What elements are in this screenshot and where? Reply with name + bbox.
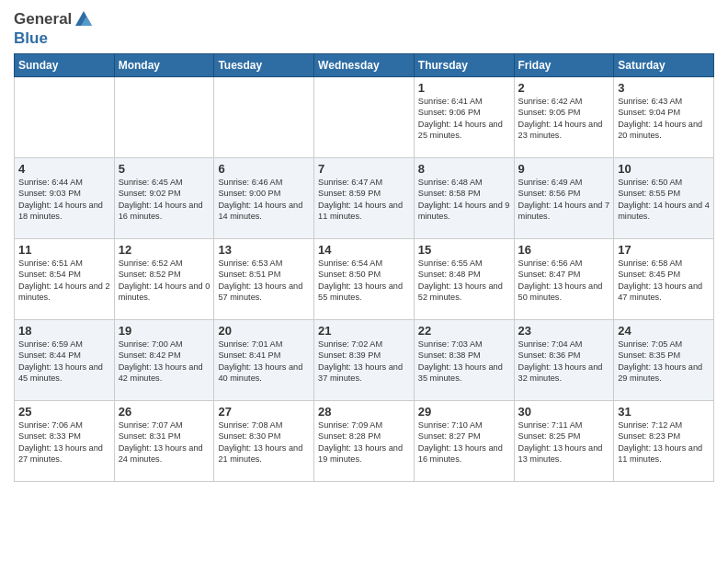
calendar-cell: 8Sunrise: 6:48 AM Sunset: 8:58 PM Daylig… bbox=[414, 158, 514, 239]
cell-content: Sunrise: 6:51 AM Sunset: 8:54 PM Dayligh… bbox=[18, 258, 110, 304]
cell-content: Sunrise: 7:09 AM Sunset: 8:28 PM Dayligh… bbox=[318, 419, 410, 465]
calendar-cell: 17Sunrise: 6:58 AM Sunset: 8:45 PM Dayli… bbox=[614, 239, 714, 320]
page-container: General Blue SundayMondayTuesdayWednesda… bbox=[0, 0, 728, 489]
cell-content: Sunrise: 6:53 AM Sunset: 8:51 PM Dayligh… bbox=[218, 258, 310, 304]
cell-content: Sunrise: 7:06 AM Sunset: 8:33 PM Dayligh… bbox=[18, 419, 110, 465]
logo-blue-text: Blue bbox=[14, 29, 48, 47]
cell-content: Sunrise: 7:01 AM Sunset: 8:41 PM Dayligh… bbox=[218, 339, 310, 385]
day-number: 8 bbox=[418, 162, 510, 176]
calendar-cell: 14Sunrise: 6:54 AM Sunset: 8:50 PM Dayli… bbox=[314, 239, 415, 320]
day-number: 21 bbox=[318, 324, 410, 338]
cell-content: Sunrise: 7:05 AM Sunset: 8:35 PM Dayligh… bbox=[618, 339, 710, 385]
calendar-cell: 24Sunrise: 7:05 AM Sunset: 8:35 PM Dayli… bbox=[614, 320, 714, 401]
cell-content: Sunrise: 6:48 AM Sunset: 8:58 PM Dayligh… bbox=[418, 177, 510, 223]
cell-content: Sunrise: 6:56 AM Sunset: 8:47 PM Dayligh… bbox=[518, 258, 610, 304]
calendar-cell: 10Sunrise: 6:50 AM Sunset: 8:55 PM Dayli… bbox=[614, 158, 714, 239]
cell-content: Sunrise: 7:00 AM Sunset: 8:42 PM Dayligh… bbox=[119, 339, 210, 385]
calendar-cell: 23Sunrise: 7:04 AM Sunset: 8:36 PM Dayli… bbox=[514, 320, 614, 401]
calendar-cell: 2Sunrise: 6:42 AM Sunset: 9:05 PM Daylig… bbox=[514, 77, 614, 158]
calendar-cell: 11Sunrise: 6:51 AM Sunset: 8:54 PM Dayli… bbox=[15, 239, 115, 320]
cell-content: Sunrise: 6:50 AM Sunset: 8:55 PM Dayligh… bbox=[618, 177, 710, 223]
day-number: 25 bbox=[18, 405, 110, 419]
cell-content: Sunrise: 7:12 AM Sunset: 8:23 PM Dayligh… bbox=[618, 419, 710, 465]
calendar-cell: 19Sunrise: 7:00 AM Sunset: 8:42 PM Dayli… bbox=[114, 320, 214, 401]
day-number: 28 bbox=[318, 405, 410, 419]
calendar-cell bbox=[114, 77, 214, 158]
day-number: 9 bbox=[518, 162, 610, 176]
calendar-cell: 25Sunrise: 7:06 AM Sunset: 8:33 PM Dayli… bbox=[15, 401, 115, 482]
calendar-cell: 29Sunrise: 7:10 AM Sunset: 8:27 PM Dayli… bbox=[414, 401, 514, 482]
calendar-cell: 30Sunrise: 7:11 AM Sunset: 8:25 PM Dayli… bbox=[514, 401, 614, 482]
calendar-cell: 9Sunrise: 6:49 AM Sunset: 8:56 PM Daylig… bbox=[514, 158, 614, 239]
cell-content: Sunrise: 7:08 AM Sunset: 8:30 PM Dayligh… bbox=[218, 419, 310, 465]
calendar-cell: 18Sunrise: 6:59 AM Sunset: 8:44 PM Dayli… bbox=[15, 320, 115, 401]
day-number: 14 bbox=[318, 243, 410, 257]
calendar-header-row: SundayMondayTuesdayWednesdayThursdayFrid… bbox=[15, 54, 714, 77]
day-number: 11 bbox=[18, 243, 110, 257]
calendar-cell: 22Sunrise: 7:03 AM Sunset: 8:38 PM Dayli… bbox=[414, 320, 514, 401]
calendar-cell: 7Sunrise: 6:47 AM Sunset: 8:59 PM Daylig… bbox=[314, 158, 415, 239]
calendar-cell: 1Sunrise: 6:41 AM Sunset: 9:06 PM Daylig… bbox=[414, 77, 514, 158]
cell-content: Sunrise: 7:11 AM Sunset: 8:25 PM Dayligh… bbox=[518, 419, 610, 465]
cell-content: Sunrise: 7:03 AM Sunset: 8:38 PM Dayligh… bbox=[418, 339, 510, 385]
calendar-cell bbox=[314, 77, 415, 158]
day-number: 22 bbox=[418, 324, 510, 338]
day-number: 4 bbox=[18, 162, 110, 176]
calendar-cell: 26Sunrise: 7:07 AM Sunset: 8:31 PM Dayli… bbox=[114, 401, 214, 482]
calendar-cell bbox=[214, 77, 314, 158]
calendar-cell: 3Sunrise: 6:43 AM Sunset: 9:04 PM Daylig… bbox=[614, 77, 714, 158]
cell-content: Sunrise: 6:41 AM Sunset: 9:06 PM Dayligh… bbox=[418, 96, 510, 142]
day-number: 15 bbox=[418, 243, 510, 257]
calendar-cell: 16Sunrise: 6:56 AM Sunset: 8:47 PM Dayli… bbox=[514, 239, 614, 320]
calendar-day-header: Tuesday bbox=[214, 54, 314, 77]
day-number: 13 bbox=[218, 243, 310, 257]
cell-content: Sunrise: 6:45 AM Sunset: 9:02 PM Dayligh… bbox=[119, 177, 210, 223]
calendar-week-row: 11Sunrise: 6:51 AM Sunset: 8:54 PM Dayli… bbox=[15, 239, 714, 320]
day-number: 20 bbox=[218, 324, 310, 338]
cell-content: Sunrise: 6:43 AM Sunset: 9:04 PM Dayligh… bbox=[618, 96, 710, 142]
cell-content: Sunrise: 6:54 AM Sunset: 8:50 PM Dayligh… bbox=[318, 258, 410, 304]
calendar-day-header: Thursday bbox=[414, 54, 514, 77]
day-number: 31 bbox=[618, 405, 710, 419]
cell-content: Sunrise: 6:52 AM Sunset: 8:52 PM Dayligh… bbox=[119, 258, 210, 304]
day-number: 19 bbox=[119, 324, 210, 338]
day-number: 18 bbox=[18, 324, 110, 338]
day-number: 3 bbox=[618, 81, 710, 95]
logo-general-text: General bbox=[14, 10, 72, 29]
day-number: 10 bbox=[618, 162, 710, 176]
day-number: 2 bbox=[518, 81, 610, 95]
calendar-cell: 13Sunrise: 6:53 AM Sunset: 8:51 PM Dayli… bbox=[214, 239, 314, 320]
calendar-day-header: Saturday bbox=[614, 54, 714, 77]
calendar-week-row: 18Sunrise: 6:59 AM Sunset: 8:44 PM Dayli… bbox=[15, 320, 714, 401]
cell-content: Sunrise: 6:59 AM Sunset: 8:44 PM Dayligh… bbox=[18, 339, 110, 385]
calendar-cell: 15Sunrise: 6:55 AM Sunset: 8:48 PM Dayli… bbox=[414, 239, 514, 320]
day-number: 29 bbox=[418, 405, 510, 419]
calendar-cell bbox=[15, 77, 115, 158]
day-number: 23 bbox=[518, 324, 610, 338]
calendar-cell: 21Sunrise: 7:02 AM Sunset: 8:39 PM Dayli… bbox=[314, 320, 415, 401]
cell-content: Sunrise: 7:07 AM Sunset: 8:31 PM Dayligh… bbox=[119, 419, 210, 465]
calendar-cell: 5Sunrise: 6:45 AM Sunset: 9:02 PM Daylig… bbox=[114, 158, 214, 239]
cell-content: Sunrise: 6:58 AM Sunset: 8:45 PM Dayligh… bbox=[618, 258, 710, 304]
day-number: 5 bbox=[119, 162, 210, 176]
calendar-cell: 31Sunrise: 7:12 AM Sunset: 8:23 PM Dayli… bbox=[614, 401, 714, 482]
calendar-cell: 12Sunrise: 6:52 AM Sunset: 8:52 PM Dayli… bbox=[114, 239, 214, 320]
calendar-cell: 6Sunrise: 6:46 AM Sunset: 9:00 PM Daylig… bbox=[214, 158, 314, 239]
cell-content: Sunrise: 7:02 AM Sunset: 8:39 PM Dayligh… bbox=[318, 339, 410, 385]
cell-content: Sunrise: 6:47 AM Sunset: 8:59 PM Dayligh… bbox=[318, 177, 410, 223]
day-number: 17 bbox=[618, 243, 710, 257]
calendar-week-row: 25Sunrise: 7:06 AM Sunset: 8:33 PM Dayli… bbox=[15, 401, 714, 482]
calendar-week-row: 4Sunrise: 6:44 AM Sunset: 9:03 PM Daylig… bbox=[15, 158, 714, 239]
day-number: 12 bbox=[119, 243, 210, 257]
calendar-week-row: 1Sunrise: 6:41 AM Sunset: 9:06 PM Daylig… bbox=[15, 77, 714, 158]
day-number: 1 bbox=[418, 81, 510, 95]
calendar-cell: 27Sunrise: 7:08 AM Sunset: 8:30 PM Dayli… bbox=[214, 401, 314, 482]
day-number: 6 bbox=[218, 162, 310, 176]
logo: General Blue bbox=[14, 9, 94, 48]
cell-content: Sunrise: 7:10 AM Sunset: 8:27 PM Dayligh… bbox=[418, 419, 510, 465]
calendar-day-header: Sunday bbox=[15, 54, 115, 77]
calendar-day-header: Friday bbox=[514, 54, 614, 77]
calendar-cell: 4Sunrise: 6:44 AM Sunset: 9:03 PM Daylig… bbox=[15, 158, 115, 239]
cell-content: Sunrise: 7:04 AM Sunset: 8:36 PM Dayligh… bbox=[518, 339, 610, 385]
cell-content: Sunrise: 6:55 AM Sunset: 8:48 PM Dayligh… bbox=[418, 258, 510, 304]
